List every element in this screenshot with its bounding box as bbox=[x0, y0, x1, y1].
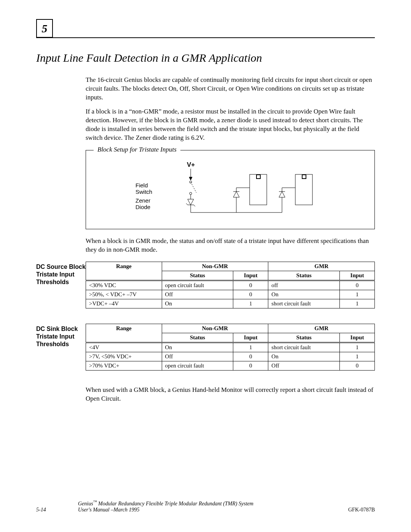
t1-r1-gstatus: On bbox=[268, 290, 340, 299]
diagram-caption: Block Setup for Tristate Inputs bbox=[94, 146, 180, 153]
section-title: Input Line Fault Detection in a GMR Appl… bbox=[36, 51, 375, 64]
t1-r0-ginput: 0 bbox=[339, 281, 374, 290]
t2-r2-ginput: 0 bbox=[339, 361, 374, 371]
body-text-block-1: The 16-circuit Genius blocks are capable… bbox=[86, 76, 375, 142]
label-field-switch: Field Switch bbox=[135, 182, 152, 195]
table-2: Range Non-GMR GMR Status Input Status In… bbox=[86, 324, 375, 371]
t2-h-range: Range bbox=[86, 324, 162, 343]
t2-r1-nginput: 0 bbox=[233, 352, 268, 361]
footer-title: Genius™ Modular Redundancy Flexible Trip… bbox=[78, 500, 329, 513]
t2-h-input-1: Input bbox=[233, 333, 268, 343]
t1-r0-range: <30% VDC bbox=[86, 281, 162, 290]
t1-r0-ngstatus: open circuit fault bbox=[162, 281, 233, 290]
t2-h-input-2: Input bbox=[339, 333, 374, 343]
svg-point-3 bbox=[190, 192, 192, 195]
t1-r2-ginput: 1 bbox=[339, 299, 374, 308]
svg-line-8 bbox=[186, 203, 188, 205]
t1-r2-range: >VDC+ –4V bbox=[86, 299, 162, 308]
paragraph-4: When used with a GMR block, a Genius Han… bbox=[86, 386, 375, 403]
paragraph-1: The 16-circuit Genius blocks are capable… bbox=[86, 76, 375, 102]
table-1-block: DC Source Block Tristate Input Threshold… bbox=[86, 262, 375, 308]
t1-h-range: Range bbox=[86, 262, 162, 281]
page-content: Input Line Fault Detection in a GMR Appl… bbox=[36, 48, 375, 409]
t1-r1-range: >50%, < VDC+ –7V bbox=[86, 290, 162, 299]
t2-h-nongmr: Non-GMR bbox=[162, 324, 268, 333]
t2-r1-ginput: 1 bbox=[339, 352, 374, 361]
t2-r0-nginput: 1 bbox=[233, 343, 268, 352]
t1-r2-gstatus: short circuit fault bbox=[268, 299, 340, 308]
label-zener-diode: Zener Diode bbox=[135, 197, 150, 210]
header-rule bbox=[36, 37, 375, 38]
t1-r1-ngstatus: Off bbox=[162, 290, 233, 299]
t2-r0-ngstatus: On bbox=[162, 343, 233, 352]
t1-h-status-2: Status bbox=[268, 271, 340, 281]
t1-r2-nginput: 1 bbox=[233, 299, 268, 308]
t2-h-status-1: Status bbox=[162, 333, 233, 343]
footer-docnum: GFK-0787B bbox=[329, 507, 375, 513]
t1-h-nongmr: Non-GMR bbox=[162, 262, 268, 271]
circuit-svg bbox=[168, 167, 320, 218]
t2-r0-ginput: 1 bbox=[339, 343, 374, 352]
footer-page-number: 5-14 bbox=[36, 507, 78, 513]
t1-h-status-1: Status bbox=[162, 271, 233, 281]
paragraph-3: When a block is in GMR mode, the status … bbox=[86, 237, 375, 254]
svg-line-9 bbox=[194, 205, 195, 206]
table-1-label: DC Source Block Tristate Input Threshold… bbox=[36, 262, 86, 308]
t2-r2-range: >70% VDC+ bbox=[86, 361, 162, 371]
svg-marker-13 bbox=[233, 192, 239, 197]
svg-marker-1 bbox=[189, 177, 192, 180]
t2-r0-range: <4V bbox=[86, 343, 162, 352]
svg-rect-28 bbox=[303, 175, 306, 178]
table-2-block: DC Sink Block Tristate Input Thresholds … bbox=[86, 324, 375, 371]
t2-r2-gstatus: Off bbox=[268, 361, 340, 371]
t1-r1-nginput: 0 bbox=[233, 290, 268, 299]
body-text-block-2: When a block is in GMR mode, the status … bbox=[86, 237, 375, 254]
t2-r1-ngstatus: Off bbox=[162, 352, 233, 361]
footer-title-c: User's Manual –March 1995 bbox=[78, 507, 140, 513]
svg-marker-22 bbox=[279, 192, 285, 197]
svg-marker-6 bbox=[188, 199, 194, 205]
tables-area: DC Source Block Tristate Input Threshold… bbox=[36, 262, 375, 371]
body-text-block-3: When used with a GMR block, a Genius Han… bbox=[86, 386, 375, 403]
t2-r2-nginput: 0 bbox=[233, 361, 268, 371]
t1-r1-ginput: 1 bbox=[339, 290, 374, 299]
t1-r0-gstatus: off bbox=[268, 281, 340, 290]
t1-h-input-1: Input bbox=[233, 271, 268, 281]
paragraph-2: If a block is in a “non-GMR” mode, a res… bbox=[86, 107, 375, 142]
footer-title-b: Modular Redundancy Flexible Triple Modul… bbox=[97, 501, 253, 506]
table-1: Range Non-GMR GMR Status Input Status In… bbox=[86, 262, 375, 308]
t1-r2-ngstatus: On bbox=[162, 299, 233, 308]
t2-h-status-2: Status bbox=[268, 333, 340, 343]
svg-rect-19 bbox=[257, 175, 260, 178]
t1-h-input-2: Input bbox=[339, 271, 374, 281]
t2-r1-gstatus: On bbox=[268, 352, 340, 361]
table-2-label: DC Sink Block Tristate Input Thresholds bbox=[36, 324, 86, 371]
diagram-inner: V+ Field Switch Zener Diode bbox=[94, 161, 367, 222]
t1-r0-nginput: 0 bbox=[233, 281, 268, 290]
t2-r2-ngstatus: open circuit fault bbox=[162, 361, 233, 371]
t2-r1-range: >7V, <50% VDC+ bbox=[86, 352, 162, 361]
t2-h-gmr: GMR bbox=[268, 324, 375, 333]
chapter-number-box: 5 bbox=[36, 19, 53, 38]
tm-symbol: ™ bbox=[93, 500, 97, 504]
t2-r0-gstatus: short circuit fault bbox=[268, 343, 340, 352]
diagram-frame: Block Setup for Tristate Inputs V+ Field… bbox=[86, 150, 375, 229]
t1-h-gmr: GMR bbox=[268, 262, 375, 271]
chapter-number: 5 bbox=[42, 22, 48, 35]
svg-line-4 bbox=[191, 182, 196, 193]
footer: 5-14 Genius™ Modular Redundancy Flexible… bbox=[36, 500, 375, 513]
footer-title-a: Genius bbox=[78, 501, 93, 506]
